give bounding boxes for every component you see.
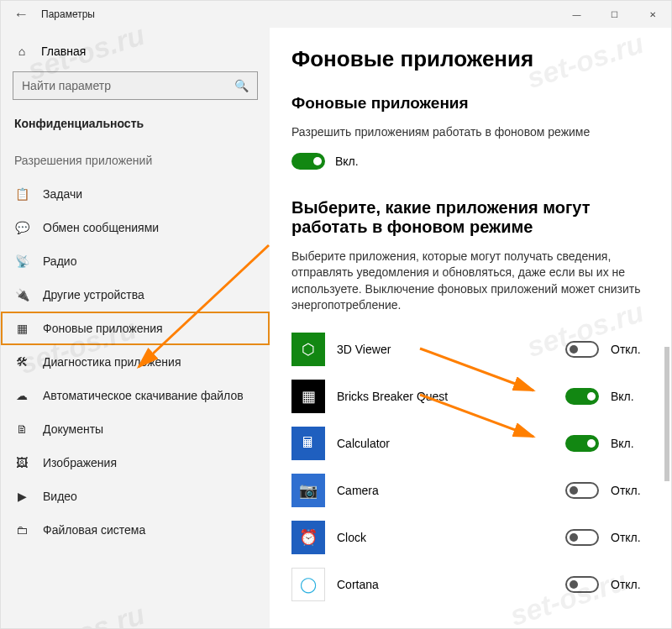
sidebar-item-другие-устройства[interactable]: 🔌Другие устройства [1,278,270,312]
app-row: ⬡3D ViewerОткл. [291,326,648,373]
window-title: Параметры [41,8,558,20]
app-toggle-label: Вкл. [611,437,648,450]
nav-icon: 📡 [14,254,29,268]
nav-icon: 🛠 [14,355,29,369]
home-icon: ⌂ [14,45,29,58]
sidebar-item-автоматическое-скачивание-файлов[interactable]: ☁Автоматическое скачивание файлов [1,379,270,412]
app-icon: 🖩 [291,427,325,460]
app-toggle-label: Откл. [611,531,648,544]
app-row: ◯CortanaОткл. [291,561,648,608]
app-icon: ▦ [291,380,325,413]
nav-label: Радио [43,254,76,268]
app-icon: ⬡ [291,333,325,366]
nav-label: Видео [43,490,77,503]
app-toggle-label: Откл. [611,578,648,591]
nav-label: Фоновые приложения [43,322,163,335]
app-row: 🖩CalculatorВкл. [291,420,648,467]
allow-description: Разрешить приложениям работать в фоновом… [291,124,648,141]
sidebar-item-радио[interactable]: 📡Радио [1,244,270,278]
app-name: Camera [337,484,554,497]
scrollbar[interactable] [664,347,669,481]
close-button[interactable]: ✕ [633,1,671,28]
search-placeholder: Найти параметр [22,79,234,92]
nav-label: Обмен сообщениями [43,221,159,234]
sidebar-item-файловая-система[interactable]: 🗀Файловая система [1,513,270,547]
master-toggle-label: Вкл. [335,155,359,168]
nav-icon: 🔌 [14,288,29,301]
nav-label: Задачи [43,187,82,201]
sidebar-item-изображения[interactable]: 🖼Изображения [1,446,270,480]
app-name: Bricks Breaker Quest [337,390,554,403]
nav-label: Изображения [43,456,117,469]
nav-icon: ▶ [14,490,29,503]
app-row: ▦Bricks Breaker QuestВкл. [291,373,648,420]
app-toggle[interactable] [565,482,599,499]
app-name: Calculator [337,437,554,450]
nav-icon: 💬 [14,221,29,234]
nav-icon: 🗀 [14,523,29,537]
app-toggle-label: Откл. [611,343,648,356]
content: Фоновые приложения Фоновые приложения Ра… [270,28,671,628]
nav-label: Диагностика приложения [43,355,181,369]
page-title: Фоновые приложения [291,46,648,72]
search-input[interactable]: Найти параметр 🔍 [13,71,258,100]
sidebar-item-фоновые-приложения[interactable]: ▦Фоновые приложения [1,312,270,345]
nav-label: Автоматическое скачивание файлов [43,389,244,402]
app-name: 3D Viewer [337,343,554,356]
app-toggle[interactable] [565,576,599,593]
sidebar-item-документы[interactable]: 🗎Документы [1,412,270,446]
section-choose-apps: Выберите, какие приложения могут работат… [291,198,648,237]
app-row: ⏰ClockОткл. [291,514,648,561]
watermark: set-os.ru [24,598,149,628]
nav-label: Другие устройства [43,288,144,301]
nav-icon: 🗎 [14,422,29,436]
nav-icon: ▦ [14,322,29,335]
app-toggle-label: Вкл. [611,390,648,403]
back-button[interactable]: ← [1,6,41,24]
app-name: Cortana [337,578,554,591]
home-nav[interactable]: ⌂ Главная [1,36,270,66]
app-icon: ◯ [291,568,325,601]
sidebar: ⌂ Главная Найти параметр 🔍 Конфиденциаль… [1,28,270,628]
sidebar-item-обмен-сообщениями[interactable]: 💬Обмен сообщениями [1,211,270,244]
section-bg-apps: Фоновые приложения [291,94,648,113]
minimize-button[interactable]: — [558,1,596,28]
nav-icon: 📋 [14,187,29,201]
app-icon: ⏰ [291,521,325,554]
titlebar: ← Параметры — ☐ ✕ [1,1,671,28]
sidebar-item-видео[interactable]: ▶Видео [1,480,270,513]
master-toggle[interactable] [291,153,325,170]
app-toggle[interactable] [565,341,599,358]
nav-icon: 🖼 [14,456,29,469]
app-toggle[interactable] [565,529,599,546]
home-label: Главная [41,45,86,58]
group-permissions: Разрешения приложений [1,142,270,177]
app-icon: 📷 [291,474,325,507]
nav-label: Документы [43,422,103,436]
app-toggle[interactable] [565,435,599,452]
nav-label: Файловая система [43,523,145,537]
search-icon: 🔍 [234,79,249,92]
nav-icon: ☁ [14,389,29,402]
app-name: Clock [337,531,554,544]
app-toggle[interactable] [565,388,599,405]
app-toggle-label: Откл. [611,484,648,497]
section-confidentiality: Конфиденциальность [1,112,270,142]
maximize-button[interactable]: ☐ [596,1,633,28]
choose-description: Выберите приложения, которые могут получ… [291,249,648,314]
sidebar-item-диагностика-приложения[interactable]: 🛠Диагностика приложения [1,345,270,379]
sidebar-item-задачи[interactable]: 📋Задачи [1,177,270,211]
app-row: 📷CameraОткл. [291,467,648,514]
